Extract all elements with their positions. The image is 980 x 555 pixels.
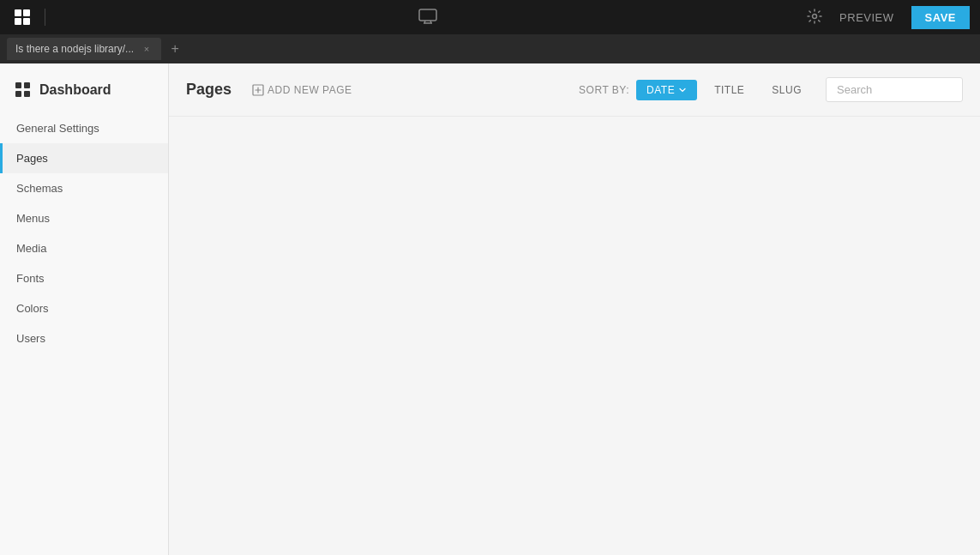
sidebar-item-media[interactable]: Media [0, 233, 168, 263]
gear-icon[interactable] [807, 9, 822, 27]
content-area: Pages ADD NEW PAGE SORT BY: DATE TITLE [169, 63, 980, 555]
sidebar-item-menus[interactable]: Menus [0, 203, 168, 233]
sidebar-item-pages[interactable]: Pages [0, 143, 168, 173]
svg-rect-3 [23, 18, 30, 25]
content-header: Pages ADD NEW PAGE SORT BY: DATE TITLE [169, 63, 980, 117]
svg-rect-12 [24, 91, 30, 97]
tab-add-button[interactable]: + [165, 39, 185, 59]
top-bar-divider [45, 9, 45, 26]
save-button[interactable]: SAVE [911, 6, 970, 29]
tab-label: Is there a nodejs library/... [15, 43, 134, 55]
sidebar-nav: General Settings Pages Schemas Menus Med… [0, 113, 168, 353]
monitor-icon[interactable] [418, 9, 437, 27]
sidebar-item-fonts[interactable]: Fonts [0, 263, 168, 293]
top-bar-right: PREVIEW SAVE [807, 6, 970, 29]
sidebar-item-colors[interactable]: Colors [0, 293, 168, 323]
sort-by-label: SORT BY: [579, 84, 629, 96]
sidebar-header: Dashboard [0, 74, 168, 113]
search-container [826, 77, 963, 102]
top-bar: PREVIEW SAVE [0, 0, 980, 34]
svg-rect-1 [23, 9, 30, 16]
svg-point-8 [813, 14, 817, 18]
preview-button[interactable]: PREVIEW [833, 8, 900, 27]
sort-title-button[interactable]: TITLE [704, 80, 755, 100]
sidebar-item-schemas[interactable]: Schemas [0, 173, 168, 203]
tab-close-icon[interactable]: × [141, 43, 153, 55]
svg-rect-10 [24, 82, 30, 88]
add-new-page-label: ADD NEW PAGE [268, 84, 352, 96]
sort-section: SORT BY: DATE TITLE SLUG [579, 77, 963, 102]
sort-date-button[interactable]: DATE [636, 80, 697, 100]
svg-rect-11 [15, 91, 21, 97]
tab-item[interactable]: Is there a nodejs library/... × [7, 38, 161, 60]
sidebar: Dashboard General Settings Pages Schemas… [0, 63, 169, 555]
sidebar-title: Dashboard [39, 82, 111, 98]
search-input[interactable] [826, 77, 963, 102]
sidebar-logo [14, 81, 33, 100]
sort-slug-button[interactable]: SLUG [761, 80, 812, 100]
main-layout: Dashboard General Settings Pages Schemas… [0, 63, 980, 555]
svg-rect-9 [15, 82, 21, 88]
tab-bar: Is there a nodejs library/... × + [0, 34, 980, 63]
sidebar-item-users[interactable]: Users [0, 323, 168, 353]
sidebar-item-general-settings[interactable]: General Settings [0, 113, 168, 143]
add-new-page-button[interactable]: ADD NEW PAGE [245, 81, 358, 100]
app-logo[interactable] [10, 5, 34, 29]
svg-rect-4 [419, 9, 436, 21]
top-bar-center [56, 9, 800, 27]
content-body [169, 117, 980, 555]
svg-rect-0 [15, 9, 21, 16]
content-title: Pages [186, 81, 231, 99]
svg-rect-2 [15, 18, 21, 25]
